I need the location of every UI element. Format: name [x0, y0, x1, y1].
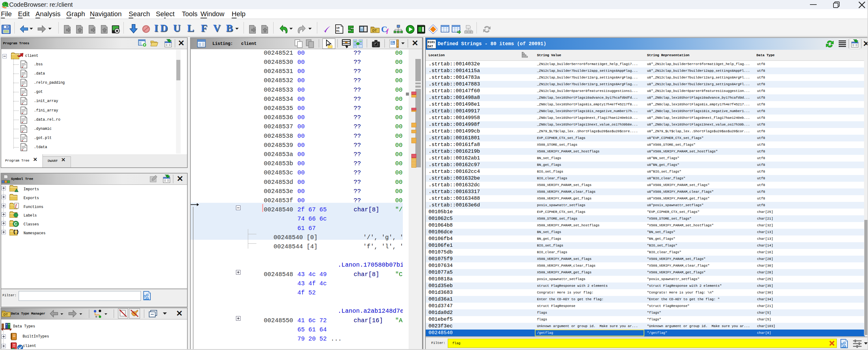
svg-text:DAT: DAT [428, 45, 433, 48]
svg-text:C: C [14, 221, 17, 226]
svg-text:DT: DT [3, 313, 8, 316]
svg-text:DT: DT [372, 29, 377, 32]
svg-text:0101: 0101 [428, 41, 435, 44]
svg-text:10: 10 [336, 27, 340, 30]
svg-text:f: f [386, 28, 389, 34]
svg-text:01: 01 [336, 30, 340, 33]
